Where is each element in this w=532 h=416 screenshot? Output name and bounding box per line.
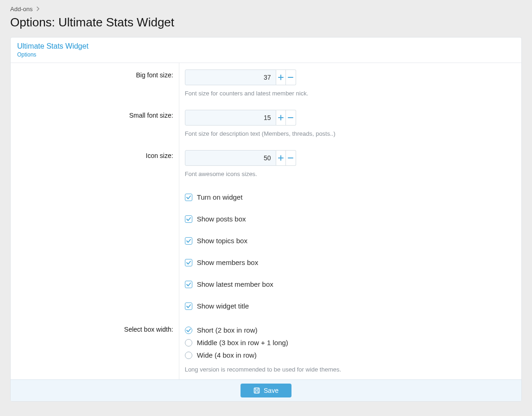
panel-footer: Save: [11, 379, 521, 401]
save-button-label: Save: [264, 387, 279, 394]
big-font-increment[interactable]: [276, 69, 286, 85]
panel-subtitle[interactable]: Options: [17, 51, 515, 58]
checkbox-turn-on[interactable]: [185, 194, 192, 201]
small-font-stepper: [185, 110, 296, 126]
box-width-hint: Long version is recommended to be used f…: [185, 366, 472, 373]
breadcrumb-root[interactable]: Add-ons: [10, 6, 32, 13]
svg-rect-1: [255, 388, 258, 390]
radio-short[interactable]: [185, 327, 192, 334]
page-title: Options: Ultimate Stats Widget: [10, 15, 522, 30]
checkbox-show-title[interactable]: [185, 303, 192, 310]
save-icon: [253, 387, 260, 394]
big-font-hint: Font size for counters and latest member…: [185, 90, 472, 97]
big-font-decrement[interactable]: [286, 69, 296, 85]
icon-size-input[interactable]: [185, 150, 276, 166]
checkbox-show-posts[interactable]: [185, 215, 192, 223]
label-icon-size: Icon size:: [11, 144, 179, 184]
svg-rect-0: [254, 388, 260, 393]
label-radio-middle[interactable]: Middle (3 box in row + 1 long): [197, 339, 288, 347]
small-font-decrement[interactable]: [286, 110, 296, 126]
label-show-members[interactable]: Show members box: [197, 258, 259, 266]
label-turn-on[interactable]: Turn on widget: [197, 193, 243, 201]
small-font-increment[interactable]: [276, 110, 286, 126]
panel-header: Ultimate Stats Widget Options: [11, 38, 521, 63]
chevron-right-icon: [36, 6, 40, 13]
label-show-posts[interactable]: Show posts box: [197, 215, 246, 223]
icon-size-hint: Font awesome icons sizes.: [185, 170, 472, 177]
checkbox-show-topics[interactable]: [185, 237, 192, 245]
checkbox-show-latest[interactable]: [185, 281, 192, 288]
label-small-font: Small font size:: [11, 103, 179, 144]
save-button[interactable]: Save: [241, 384, 291, 397]
label-box-width: Select box width:: [11, 319, 179, 379]
checkbox-show-members[interactable]: [185, 259, 192, 266]
label-radio-wide[interactable]: Wide (4 box in row): [197, 351, 257, 359]
label-show-topics[interactable]: Show topics box: [197, 237, 247, 245]
label-show-latest[interactable]: Show latest member box: [197, 280, 273, 288]
small-font-hint: Font size for description text (Members,…: [185, 130, 472, 137]
options-panel: Ultimate Stats Widget Options Big font s…: [10, 37, 522, 402]
radio-middle[interactable]: [185, 339, 192, 347]
panel-title[interactable]: Ultimate Stats Widget: [17, 42, 515, 50]
label-show-title[interactable]: Show widget title: [197, 302, 249, 310]
small-font-input[interactable]: [185, 110, 276, 126]
icon-size-stepper: [185, 150, 296, 166]
icon-size-decrement[interactable]: [286, 150, 296, 166]
label-radio-short[interactable]: Short (2 box in row): [197, 326, 258, 334]
breadcrumb: Add-ons: [10, 6, 522, 13]
icon-size-increment[interactable]: [276, 150, 286, 166]
big-font-stepper: [185, 69, 296, 85]
radio-wide[interactable]: [185, 352, 192, 359]
label-big-font: Big font size:: [11, 63, 179, 103]
big-font-input[interactable]: [185, 69, 276, 85]
